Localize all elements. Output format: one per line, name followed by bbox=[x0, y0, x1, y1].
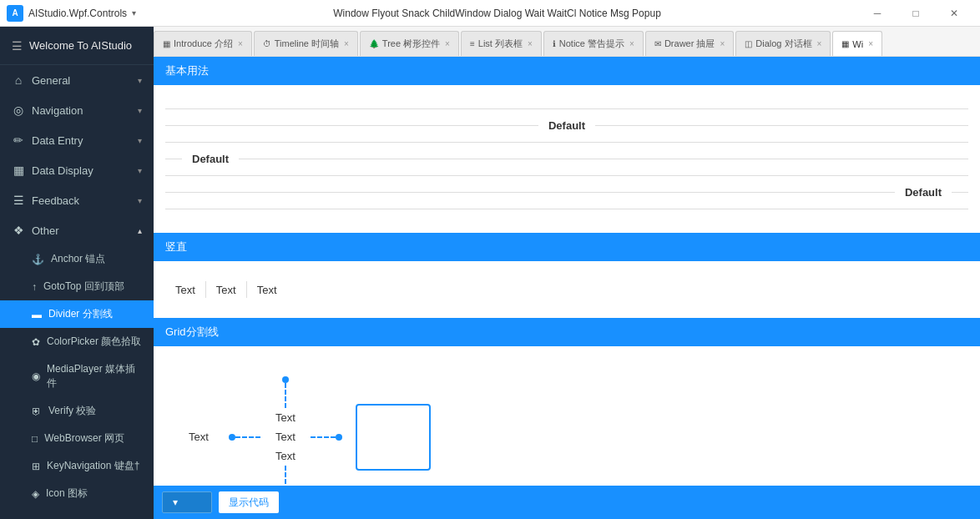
tab-dialog-icon: ◫ bbox=[745, 39, 752, 48]
divider-icon: ▬ bbox=[32, 309, 42, 320]
sidebar-item-data-display[interactable]: ▦ Data Display ▾ bbox=[0, 155, 154, 185]
divider-left: Default bbox=[165, 153, 968, 165]
tab-tree-label: Tree 树形控件 bbox=[382, 38, 440, 50]
sidebar-item-general[interactable]: ⌂ General ▾ bbox=[0, 65, 154, 95]
tab-dialog-label: Dialog 对话框 bbox=[755, 38, 811, 50]
tab-timeline[interactable]: ⏱ Timeline 时间轴 × bbox=[254, 31, 358, 56]
navigation-icon: ◎ bbox=[12, 103, 25, 117]
sidebar-item-colorpicker[interactable]: ✿ ColorPicker 颜色拾取 bbox=[0, 328, 154, 355]
tab-drawer-icon: ✉ bbox=[654, 39, 661, 48]
tab-dialog[interactable]: ◫ Dialog 对话框 × bbox=[735, 31, 831, 56]
sidebar-header[interactable]: ☰ Welcome To AIStudio bbox=[0, 27, 154, 65]
minimize-button[interactable]: ─ bbox=[858, 0, 897, 27]
content-area: ▦ Introduce 介绍 × ⏱ Timeline 时间轴 × 🌲 Tree… bbox=[154, 27, 980, 519]
section-basic-content: Default Default Default bbox=[154, 85, 980, 233]
data-display-icon: ▦ bbox=[12, 164, 25, 177]
sidebar-item-navigation[interactable]: ◎ Navigation ▾ bbox=[0, 95, 154, 125]
tab-wi-close[interactable]: × bbox=[868, 39, 873, 48]
sidebar-sub-label: ColorPicker 颜色拾取 bbox=[47, 335, 141, 349]
tab-tree-close[interactable]: × bbox=[445, 39, 450, 48]
sidebar-item-label: Navigation bbox=[32, 104, 131, 117]
tab-tree[interactable]: 🌲 Tree 树形控件 × bbox=[360, 31, 459, 56]
grid-text-top: Text bbox=[269, 408, 302, 427]
chevron-down-icon: ▾ bbox=[173, 496, 178, 508]
tab-tree-icon: 🌲 bbox=[369, 39, 379, 48]
tab-introduce[interactable]: ▦ Introduce 介绍 × bbox=[154, 31, 252, 56]
grid-text-middle: Text bbox=[269, 427, 302, 446]
sidebar-item-verify[interactable]: ⛨ Verify 校验 bbox=[0, 397, 154, 425]
sidebar-item-label: Other bbox=[32, 224, 131, 237]
divider-center: Default bbox=[165, 119, 968, 132]
bottom-bar: ▾ 显示代码 bbox=[154, 486, 980, 519]
vdiv-text-2: Text bbox=[206, 284, 246, 296]
window-controls: ─ □ ✕ bbox=[858, 0, 973, 27]
verify-icon: ⛨ bbox=[32, 406, 42, 417]
sidebar-item-mediaplayer[interactable]: ◉ MediaPlayer 媒体插件 bbox=[0, 355, 154, 397]
sidebar-item-webbrowser[interactable]: □ WebBrowser 网页 bbox=[0, 425, 154, 452]
divider-line-2 bbox=[165, 142, 968, 143]
left-dot bbox=[229, 434, 235, 441]
tab-drawer-close[interactable]: × bbox=[720, 39, 725, 48]
grid-demo: Text Text bbox=[165, 360, 968, 486]
sidebar-item-data-entry[interactable]: ✏ Data Entry ▾ bbox=[0, 125, 154, 155]
sidebar: ☰ Welcome To AIStudio ⌂ General ▾ ◎ Navi… bbox=[0, 27, 154, 519]
mediaplayer-icon: ◉ bbox=[32, 370, 40, 382]
maximize-button[interactable]: □ bbox=[897, 0, 935, 27]
tab-wi[interactable]: ▦ Wi × bbox=[832, 31, 882, 57]
tab-drawer-label: Drawer 抽屉 bbox=[664, 38, 715, 50]
vdiv-text-1: Text bbox=[165, 284, 205, 296]
chevron-down-icon: ▾ bbox=[138, 136, 142, 145]
title-bar-left: A AIStudio.Wpf.Controls ▾ bbox=[7, 5, 136, 22]
sidebar-item-label: General bbox=[32, 74, 131, 87]
section-vertical-content: Text Text Text bbox=[154, 261, 980, 318]
sidebar-item-anchor[interactable]: ⚓ Anchor 锚点 bbox=[0, 245, 154, 273]
tab-dialog-close[interactable]: × bbox=[817, 39, 822, 48]
sidebar-item-icon[interactable]: ◈ Icon 图标 bbox=[0, 480, 154, 507]
grid-middle-center: Text bbox=[269, 427, 302, 446]
tab-wi-label: Wi bbox=[852, 39, 863, 49]
tab-timeline-close[interactable]: × bbox=[344, 39, 349, 48]
bottom-select[interactable]: ▾ bbox=[162, 491, 212, 513]
divider-line-3 bbox=[165, 175, 968, 176]
keynavigation-icon: ⊞ bbox=[32, 461, 40, 472]
sidebar-item-keynavigation[interactable]: ⊞ KeyNavigation 键盘† bbox=[0, 452, 154, 480]
colorpicker-icon: ✿ bbox=[32, 336, 40, 348]
anchor-icon: ⚓ bbox=[32, 254, 44, 265]
grid-text-bottom: Text bbox=[269, 446, 302, 466]
section-basic-header: 基本用法 bbox=[154, 57, 980, 85]
sidebar-item-feedback[interactable]: ☰ Feedback ▾ bbox=[0, 185, 154, 215]
icon-icon: ◈ bbox=[32, 488, 39, 500]
tab-introduce-icon: ▦ bbox=[163, 39, 170, 48]
rect-box bbox=[356, 404, 431, 471]
tab-list[interactable]: ≡ List 列表框 × bbox=[461, 31, 542, 56]
dashed-h-right bbox=[311, 436, 336, 438]
menu-icon: ☰ bbox=[12, 39, 23, 53]
chevron-down-icon: ▾ bbox=[138, 76, 142, 85]
webbrowser-icon: □ bbox=[32, 433, 38, 445]
sidebar-item-gototopp[interactable]: ↑ GotoTop 回到顶部 bbox=[0, 273, 154, 300]
sidebar-item-label: Feedback bbox=[32, 194, 131, 207]
chevron-down-icon: ▾ bbox=[138, 106, 142, 115]
sidebar-item-divider[interactable]: ▬ Divider 分割线 bbox=[0, 300, 154, 328]
divider-line-4 bbox=[165, 209, 968, 209]
tab-introduce-close[interactable]: × bbox=[238, 39, 243, 48]
tab-drawer[interactable]: ✉ Drawer 抽屉 × bbox=[645, 31, 734, 56]
sidebar-sub-label: WebBrowser 网页 bbox=[44, 431, 124, 446]
sidebar-sub-label: GotoTop 回到顶部 bbox=[43, 280, 124, 294]
show-code-button[interactable]: 显示代码 bbox=[219, 491, 279, 513]
grid-cross-container: Text Text Text bbox=[229, 376, 342, 486]
vdiv-text-3: Text bbox=[247, 284, 287, 296]
content-body: 基本用法 Default Default Default 竖直 bbox=[154, 57, 980, 486]
tab-list-close[interactable]: × bbox=[528, 39, 533, 48]
tab-notice[interactable]: ℹ Notice 警告提示 × bbox=[543, 31, 644, 56]
sidebar-sub-label: Anchor 锚点 bbox=[51, 252, 105, 266]
sidebar-item-other[interactable]: ❖ Other ▴ bbox=[0, 215, 154, 245]
app-name: AIStudio.Wpf.Controls bbox=[28, 8, 127, 19]
sidebar-title: Welcome To AIStudio bbox=[29, 39, 132, 52]
dashed-v-bottom bbox=[285, 466, 286, 486]
gototopp-icon: ↑ bbox=[32, 281, 37, 293]
app-logo: A bbox=[7, 5, 23, 22]
close-button[interactable]: ✕ bbox=[935, 0, 973, 27]
tab-list-label: List 列表框 bbox=[478, 38, 523, 50]
tab-notice-close[interactable]: × bbox=[629, 39, 634, 48]
